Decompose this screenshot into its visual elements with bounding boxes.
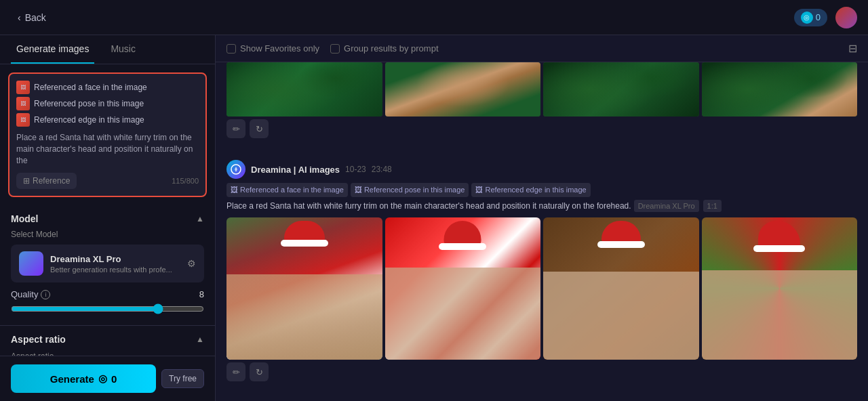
message-prompt: 🖼 Referenced a face in the image 🖼 Refer… — [226, 183, 857, 212]
santa-image-grid — [226, 217, 857, 360]
message-avatar — [226, 160, 245, 179]
quality-value: 8 — [199, 289, 204, 299]
user-avatar[interactable] — [835, 7, 857, 28]
credit-icon: ◎ — [801, 12, 813, 24]
aspect-ratio-title: Aspect ratio — [11, 334, 66, 345]
char-count: 115/800 — [172, 177, 199, 185]
tropical-leaves-3 — [543, 62, 699, 117]
model-info: Dreamina XL Pro Better generation result… — [50, 254, 180, 274]
ref-label-pose: Referenced pose in this image — [34, 99, 144, 108]
msg-ref-face-icon: 🖼 — [231, 184, 238, 196]
santa-grid-img-3[interactable] — [543, 217, 699, 360]
sidebar-tabs: Generate images Music — [0, 35, 215, 64]
model-section-title: Model — [11, 213, 38, 224]
reference-tags: 🖼 Referenced a face in the image 🖼 Refer… — [16, 81, 199, 127]
edit-tropical-button[interactable]: ✏ — [226, 119, 245, 138]
tropical-img-2 — [385, 62, 541, 117]
image-feed[interactable]: ✏ ↻ Dreamina | AI images — [216, 62, 868, 401]
favorites-label: Show Favorites only — [240, 43, 319, 54]
ref-label-edge: Referenced edge in this image — [34, 115, 144, 125]
try-free-button[interactable]: Try free — [161, 369, 204, 388]
generate-bar: Generate ◎ 0 Try free — [0, 356, 215, 401]
msg-ref-edge: 🖼 Referenced edge in this image — [471, 183, 590, 197]
model-desc: Better generation results with profe... — [50, 266, 180, 274]
tropical-leaves-1 — [226, 62, 382, 117]
credit-badge: ◎ 0 — [794, 9, 827, 26]
generate-credits: 0 — [111, 373, 117, 385]
refresh-tropical-button[interactable]: ↻ — [250, 119, 269, 138]
santa-grid-img-4[interactable] — [702, 217, 858, 360]
ref-label-face: Referenced a face in the image — [34, 83, 147, 92]
generate-label: Generate — [50, 373, 94, 385]
msg-ref-pose-icon: 🖼 — [355, 184, 362, 196]
message-sender-name: Dreamina | AI images — [251, 165, 340, 175]
tropical-img-4 — [702, 62, 858, 117]
back-label: Back — [25, 12, 46, 23]
generate-icon: ◎ — [98, 373, 107, 385]
reference-icon: ⊞ — [23, 176, 30, 186]
meta-model: Dreamina XL Pro — [634, 200, 699, 213]
quality-header: Quality i 8 — [11, 289, 204, 299]
tropical-images-row — [226, 62, 857, 117]
select-model-label: Select Model — [11, 230, 204, 239]
tropical-row-actions: ✏ ↻ — [226, 117, 857, 141]
santa-row-actions: ✏ ↻ — [226, 360, 857, 384]
tab-music[interactable]: Music — [105, 35, 141, 64]
tropical-leaves-4 — [702, 62, 858, 117]
refresh-santa-button[interactable]: ↻ — [250, 362, 269, 381]
edit-santa-button[interactable]: ✏ — [226, 362, 245, 381]
quality-slider[interactable] — [11, 303, 204, 314]
tropical-leaves-2 — [385, 62, 541, 117]
content-header: Show Favorites only Group results by pro… — [216, 35, 868, 62]
ref-icon-pose: 🖼 — [16, 97, 30, 110]
filter-favorites[interactable]: Show Favorites only — [226, 43, 319, 54]
tropical-img-3 — [543, 62, 699, 117]
model-settings-icon[interactable]: ⚙ — [187, 258, 196, 269]
ref-tag-pose: 🖼 Referenced pose in this image — [16, 97, 199, 110]
message-time: 23:48 — [372, 165, 392, 174]
back-button[interactable]: ‹ Back — [11, 8, 53, 27]
ref-tag-face: 🖼 Referenced a face in the image — [16, 81, 199, 94]
model-name: Dreamina XL Pro — [50, 254, 180, 264]
aspect-ratio-header: Aspect ratio ▲ — [11, 334, 204, 345]
quality-info-icon: i — [41, 290, 50, 299]
header-filters: Show Favorites only Group results by pro… — [226, 43, 439, 54]
prompt-footer: ⊞ Reference 115/800 — [16, 173, 199, 189]
reference-label: Reference — [33, 176, 70, 186]
group-label: Group results by prompt — [344, 43, 438, 54]
prompt-text: Place a red Santa hat with white furry t… — [16, 132, 199, 166]
prompt-area[interactable]: 🖼 Referenced a face in the image 🖼 Refer… — [8, 72, 207, 197]
msg-ref-edge-icon: 🖼 — [475, 184, 483, 196]
message-meta: Dreamina XL Pro 1:1 — [634, 200, 722, 213]
message-header: Dreamina | AI images 10-23 23:48 — [226, 154, 857, 183]
santa-grid-img-2[interactable] — [385, 217, 541, 360]
top-right-area: ◎ 0 — [794, 7, 857, 28]
model-chevron-icon: ▲ — [196, 214, 204, 224]
santa-grid-img-1[interactable] — [226, 217, 382, 360]
tropical-image-group: ✏ ↻ — [226, 62, 857, 141]
credit-count: 0 — [816, 12, 821, 22]
msg-ref-pose: 🖼 Referenced pose in this image — [351, 183, 469, 197]
model-card[interactable]: Dreamina XL Pro Better generation result… — [11, 245, 204, 282]
favorites-checkbox[interactable] — [226, 44, 236, 54]
top-bar: ‹ Back ◎ 0 — [0, 0, 868, 35]
content-area: Show Favorites only Group results by pro… — [216, 35, 868, 401]
tropical-img-1 — [226, 62, 382, 117]
quality-label: Quality i — [11, 289, 50, 299]
reference-button[interactable]: ⊞ Reference — [16, 173, 77, 189]
message-prompt-text: Place a red Santa hat with white furry t… — [226, 200, 631, 212]
grid-view-icon[interactable]: ⊟ — [848, 42, 857, 55]
model-section-header[interactable]: Model ▲ — [11, 213, 204, 224]
sidebar: Generate images Music 🖼 Referenced a fac… — [0, 35, 216, 401]
back-icon: ‹ — [18, 12, 21, 23]
ref-icon-face: 🖼 — [16, 81, 30, 94]
message-date: 10-23 — [345, 165, 366, 174]
model-icon — [19, 251, 43, 276]
meta-ratio: 1:1 — [703, 200, 722, 213]
msg-ref-face: 🖼 Referenced a face in the image — [226, 183, 348, 197]
group-checkbox[interactable] — [330, 44, 340, 54]
generate-button[interactable]: Generate ◎ 0 — [11, 364, 156, 393]
filter-group[interactable]: Group results by prompt — [330, 43, 438, 54]
ref-tag-edge: 🖼 Referenced edge in this image — [16, 113, 199, 127]
tab-generate-images[interactable]: Generate images — [11, 35, 94, 64]
